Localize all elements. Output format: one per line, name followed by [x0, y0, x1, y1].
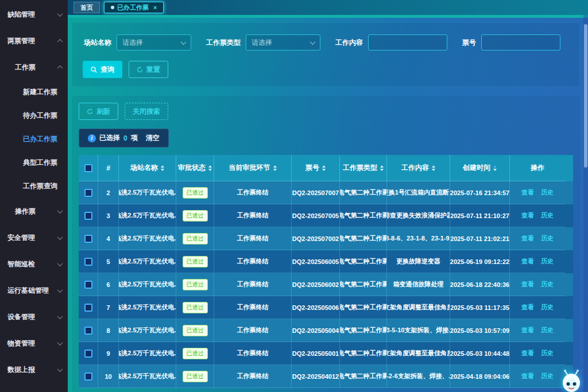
- vertical-scrollbar-thumb[interactable]: [584, 24, 587, 168]
- header-actions: 操作: [510, 155, 565, 181]
- sidebar-item[interactable]: 待办工作票: [0, 104, 68, 127]
- history-link[interactable]: 历史: [541, 257, 554, 266]
- sidebar-item[interactable]: 已办工作票: [0, 127, 68, 151]
- row-index-cell: 3: [98, 204, 119, 227]
- header-station-name[interactable]: 场站名称: [119, 155, 176, 181]
- history-link[interactable]: 历史: [541, 234, 554, 243]
- sidebar-item[interactable]: 缺陷管理: [0, 1, 68, 28]
- work-content-group: 工作内容: [335, 34, 447, 51]
- header-approval-status[interactable]: 审批状态: [176, 155, 214, 181]
- sidebar-item[interactable]: 新建工作票: [0, 80, 68, 104]
- sidebar-item[interactable]: 工作票: [0, 54, 68, 80]
- sidebar-item[interactable]: 典型工作票: [0, 151, 68, 174]
- work-content-cell: 支架角度调整至最佳角度: [387, 296, 450, 319]
- clear-selection-link[interactable]: 清空: [146, 133, 160, 143]
- history-link[interactable]: 历史: [541, 349, 554, 358]
- view-link[interactable]: 查看: [521, 326, 534, 335]
- station-name-select[interactable]: 请选择: [117, 34, 191, 51]
- search-actions: 查询 重置: [83, 61, 569, 78]
- sidebar-item[interactable]: 安全管理: [0, 224, 68, 251]
- sidebar-item[interactable]: 运行基础管理: [0, 277, 68, 304]
- header-ticket-number[interactable]: 票号: [292, 155, 340, 181]
- close-search-label: 关闭搜索: [133, 107, 160, 117]
- tab-done-work-tickets[interactable]: 已办工作票 ×: [104, 2, 164, 13]
- sort-icon[interactable]: [432, 165, 435, 171]
- view-link[interactable]: 查看: [521, 303, 534, 312]
- view-link[interactable]: 查看: [521, 257, 534, 266]
- sort-icon[interactable]: [161, 165, 164, 171]
- info-icon: i: [88, 134, 96, 142]
- history-link[interactable]: 历史: [541, 372, 554, 381]
- select-all-checkbox[interactable]: [84, 164, 92, 172]
- ticket-type-select[interactable]: 请选择: [246, 34, 320, 51]
- sidebar-item[interactable]: 工作票查询: [0, 174, 68, 198]
- work-content-input[interactable]: [368, 34, 447, 51]
- history-link[interactable]: 历史: [541, 303, 554, 312]
- ticket-number-input[interactable]: [481, 34, 560, 51]
- tab-close-icon[interactable]: ×: [153, 5, 157, 11]
- station-name-cell: 临洮2.5万千瓦光伏电...: [119, 319, 176, 342]
- history-link[interactable]: 历史: [541, 280, 554, 289]
- sidebar-item[interactable]: 智能巡检: [0, 251, 68, 277]
- tab-home[interactable]: 首页: [74, 2, 100, 13]
- reset-icon: [137, 67, 143, 73]
- view-link[interactable]: 查看: [521, 188, 534, 197]
- sort-icon[interactable]: [380, 165, 384, 171]
- sidebar-item[interactable]: 数据上报: [0, 356, 68, 383]
- row-checkbox[interactable]: [84, 212, 92, 220]
- header-approval-step[interactable]: 当前审批环节: [214, 155, 292, 181]
- robot-mascot-icon[interactable]: [559, 369, 583, 392]
- approval-step-cell: 工作票终结: [214, 204, 292, 227]
- row-checkbox[interactable]: [84, 258, 92, 266]
- row-checkbox-cell: [79, 342, 98, 365]
- header-created-time[interactable]: 创建时间: [450, 155, 510, 181]
- approval-status-cell: 已通过: [176, 250, 214, 273]
- row-checkbox[interactable]: [84, 327, 92, 335]
- table-row: 10 临洮2.5万千瓦光伏电... 已通过 工作票终结 DQ2-20250401…: [79, 365, 573, 388]
- sidebar-item[interactable]: 物资管理: [0, 330, 68, 356]
- ticket-number-cell: DQ2-202505006: [292, 296, 340, 319]
- created-time-cell: 2025-07-11 21:02:21: [450, 227, 510, 250]
- header-work-content[interactable]: 工作内容: [387, 155, 450, 181]
- row-checkbox[interactable]: [84, 304, 92, 312]
- header-ticket-type[interactable]: 工作票类型: [340, 155, 387, 181]
- sort-icon[interactable]: [273, 165, 277, 171]
- sidebar-item[interactable]: 两票管理: [0, 28, 68, 54]
- reset-button[interactable]: 重置: [129, 61, 168, 78]
- row-index-cell: 9: [98, 342, 119, 365]
- row-checkbox[interactable]: [84, 189, 92, 197]
- view-link[interactable]: 查看: [521, 211, 534, 220]
- row-checkbox[interactable]: [84, 281, 92, 289]
- view-link[interactable]: 查看: [521, 372, 534, 381]
- query-button[interactable]: 查询: [83, 61, 122, 78]
- station-name-label: 场站名称: [84, 38, 111, 48]
- history-link[interactable]: 历史: [541, 326, 554, 335]
- sidebar-item[interactable]: 设备管理: [0, 304, 68, 330]
- row-checkbox[interactable]: [84, 350, 92, 358]
- approval-status-cell: 已通过: [176, 365, 214, 388]
- selection-suffix: 项: [131, 133, 138, 143]
- sidebar-item-label: 工作票查询: [23, 181, 62, 191]
- chevron-down-icon: [310, 39, 316, 45]
- history-link[interactable]: 历史: [541, 188, 554, 197]
- view-link[interactable]: 查看: [521, 349, 534, 358]
- row-checkbox[interactable]: [84, 235, 92, 243]
- sidebar-item[interactable]: 操作票: [0, 198, 68, 224]
- ticket-type-cell: 电气第二种工作票: [340, 181, 387, 204]
- refresh-button[interactable]: 刷新: [79, 103, 118, 120]
- ticket-type-cell: 电气第二种工作票: [340, 204, 387, 227]
- ticket-number-cell: DQ2-202506002: [292, 273, 340, 296]
- sort-icon[interactable]: [208, 165, 212, 171]
- ticket-type-value: 请选择: [252, 38, 272, 48]
- ticket-number-cell: DQ2-202505004: [292, 319, 340, 342]
- history-link[interactable]: 历史: [541, 211, 554, 220]
- view-link[interactable]: 查看: [521, 280, 534, 289]
- sort-icon[interactable]: [322, 165, 326, 171]
- close-search-button[interactable]: 关闭搜索: [125, 103, 168, 120]
- row-checkbox[interactable]: [84, 372, 92, 381]
- ticket-number-cell: DQ2-202507002: [292, 227, 340, 250]
- vertical-scrollbar[interactable]: [583, 15, 588, 392]
- actions-cell: 查看 历史: [510, 181, 565, 204]
- sort-icon-active[interactable]: [493, 165, 497, 171]
- view-link[interactable]: 查看: [521, 234, 534, 243]
